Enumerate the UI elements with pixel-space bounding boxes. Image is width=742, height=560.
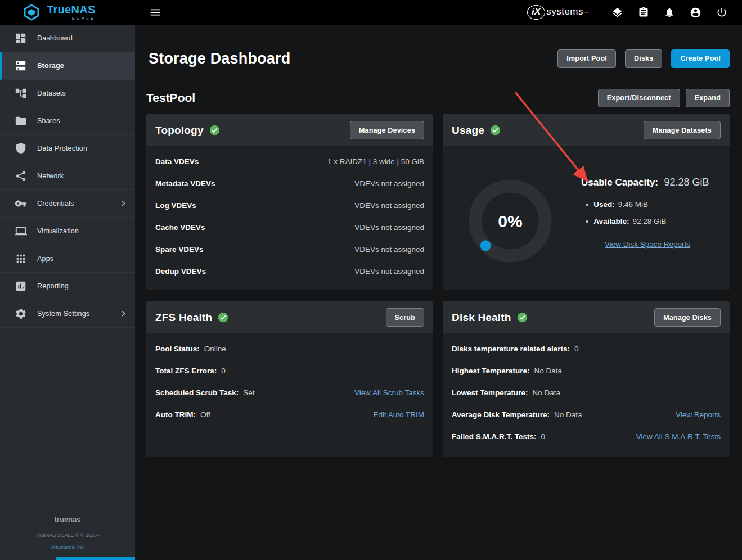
sidebar-item-label: System Settings — [37, 310, 89, 318]
sidebar-item-label: Storage — [37, 62, 64, 70]
row-label: Total ZFS Errors: — [155, 367, 217, 375]
available-space-item: • Available: 92.28 GiB — [586, 216, 709, 226]
row-label: Failed S.M.A.R.T. Tests: — [452, 432, 537, 441]
row-value: 1 x RAIDZ1 | 3 wide | 50 GiB — [327, 157, 424, 166]
topology-row: Cache VDEVs VDEVs not assigned — [155, 216, 424, 238]
view-reports-link[interactable]: View Reports — [676, 410, 721, 419]
manage-devices-button[interactable]: Manage Devices — [350, 121, 424, 139]
bullet-dot-icon: • — [586, 200, 588, 209]
row-value: VDEVs not assigned — [354, 223, 424, 232]
ixsystems-logo: iX systems ™ — [527, 5, 588, 20]
menu-toggle-button[interactable] — [149, 6, 161, 19]
row-label: Auto TRIM: — [155, 410, 196, 419]
row-label: Spare VDEVs — [155, 245, 204, 254]
chevron-right-icon — [119, 200, 127, 207]
row-value: No Data — [554, 410, 582, 419]
success-check-icon — [516, 311, 528, 323]
row-label: Data VDEVs — [155, 157, 199, 166]
zfs-health-card: ZFS Health Scrub Pool Status: Online Tot… — [146, 301, 433, 457]
sidebar-item-label: Credentials — [37, 200, 74, 207]
row-label: Metadata VDEVs — [155, 179, 215, 188]
row-value: VDEVs not assigned — [354, 245, 424, 254]
import-pool-button[interactable]: Import Pool — [557, 49, 616, 68]
row-value: Off — [200, 410, 210, 419]
usage-gauge: 0% — [467, 178, 553, 264]
top-header: TrueNAS SCALE iX systems ™ — [0, 0, 742, 25]
row-label: Disks temperature related alerts: — [452, 345, 570, 353]
row-value: VDEVs not assigned — [354, 267, 424, 276]
scrub-button[interactable]: Scrub — [386, 308, 424, 327]
usage-card-title: Usage — [452, 124, 484, 137]
disks-button[interactable]: Disks — [625, 49, 662, 68]
view-disk-space-reports-link[interactable]: View Disk Space Reports — [605, 240, 690, 249]
sidebar-item-storage[interactable]: Storage — [0, 52, 135, 80]
copyright-text: TrueNAS SCALE ® © 2023 - — [0, 532, 135, 538]
power-button[interactable] — [716, 7, 727, 18]
account-icon — [690, 7, 701, 19]
sidebar-item-label: Apps — [37, 255, 53, 263]
bell-icon — [664, 7, 675, 18]
sidebar-item-credentials[interactable]: Credentials — [0, 190, 135, 218]
manage-datasets-button[interactable]: Manage Datasets — [644, 121, 721, 139]
sidebar-item-datasets[interactable]: Datasets — [0, 80, 135, 107]
zfs-row: Total ZFS Errors: 0 — [155, 360, 424, 382]
zfs-row: Pool Status: Online — [155, 338, 424, 360]
sidebar-item-system-settings[interactable]: System Settings — [0, 300, 135, 328]
manage-disks-button[interactable]: Manage Disks — [654, 308, 721, 327]
sidebar-bottom-accent-bar — [56, 557, 135, 560]
create-pool-button[interactable]: Create Pool — [671, 49, 730, 68]
row-value: Online — [204, 345, 226, 353]
page-title: Storage Dashboard — [149, 50, 290, 67]
row-value: 0 — [574, 345, 579, 353]
apps-grid-icon — [15, 252, 27, 265]
bullet-dot-icon: • — [586, 216, 588, 226]
sidebar-item-shares[interactable]: Shares — [0, 107, 135, 135]
ix-logo-rest: systems — [546, 6, 583, 17]
storage-icon — [15, 60, 27, 72]
jobs-button[interactable] — [611, 7, 623, 19]
sidebar-item-apps[interactable]: Apps — [0, 245, 135, 273]
disk-row: Lowest Temperature: No Data — [452, 382, 721, 404]
key-icon — [15, 197, 27, 210]
truenas-logo[interactable]: TrueNAS SCALE — [0, 0, 135, 25]
disk-row: Average Disk Temperature: No Data View R… — [452, 404, 721, 426]
chevron-right-icon — [119, 310, 127, 318]
zfs-row: Auto TRIM: Off Edit Auto TRIM — [155, 404, 424, 426]
edit-auto-trim-link[interactable]: Edit Auto TRIM — [373, 410, 424, 419]
row-value: 0 — [221, 367, 226, 375]
bar-chart-icon — [15, 280, 27, 292]
used-space-item: • Used: 9.46 MiB — [586, 200, 709, 209]
tasks-button[interactable] — [638, 7, 649, 18]
topology-row: Spare VDEVs VDEVs not assigned — [155, 238, 424, 260]
view-all-smart-tests-link[interactable]: View All S.M.A.R.T. Tests — [636, 432, 721, 441]
sidebar-item-label: Network — [37, 172, 64, 180]
alerts-button[interactable] — [664, 7, 675, 18]
used-value: 9.46 MiB — [618, 200, 648, 209]
topology-card-title: Topology — [155, 124, 204, 137]
sidebar-item-label: Dashboard — [37, 34, 73, 42]
datasets-tree-icon — [15, 87, 27, 100]
export-disconnect-button[interactable]: Export/Disconnect — [598, 89, 680, 107]
account-button[interactable] — [690, 7, 701, 19]
sidebar-item-label: Reporting — [37, 282, 69, 290]
hostname-label: truenas — [0, 515, 135, 523]
ixsystems-link[interactable]: iXsystems, Inc — [51, 544, 84, 550]
disk-row: Failed S.M.A.R.T. Tests: 0 View All S.M.… — [452, 426, 721, 448]
topology-row: Log VDEVs VDEVs not assigned — [155, 195, 424, 216]
success-check-icon — [217, 311, 229, 323]
sidebar-item-dashboard[interactable]: Dashboard — [0, 25, 135, 52]
clipboard-icon — [638, 7, 649, 18]
row-value: VDEVs not assigned — [354, 201, 424, 210]
expand-button[interactable]: Expand — [686, 89, 730, 107]
success-check-icon — [489, 124, 501, 136]
gear-icon — [15, 308, 27, 320]
sidebar-item-network[interactable]: Network — [0, 162, 135, 190]
main-content: Storage Dashboard Import Pool Disks Crea… — [135, 25, 742, 560]
sidebar-item-virtualization[interactable]: Virtualization — [0, 218, 135, 245]
view-all-scrub-tasks-link[interactable]: View All Scrub Tasks — [354, 389, 424, 397]
pool-name: TestPool — [146, 91, 195, 105]
sidebar-item-data-protection[interactable]: Data Protection — [0, 135, 135, 162]
sidebar-item-reporting[interactable]: Reporting — [0, 273, 135, 300]
layers-icon — [611, 7, 623, 19]
row-label: Log VDEVs — [155, 201, 196, 210]
